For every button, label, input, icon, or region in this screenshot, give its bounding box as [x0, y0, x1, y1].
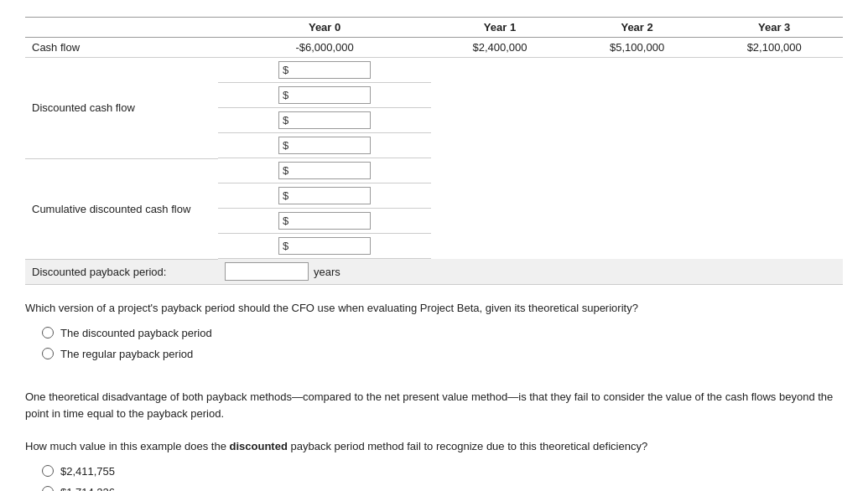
- cdcf-year1-input[interactable]: [290, 189, 357, 202]
- table-container: Year 0 Year 1 Year 2 Year 3 Cash flow -$…: [25, 17, 843, 285]
- dollar-sign: $: [283, 64, 288, 76]
- question2-section: How much value in this example does the …: [25, 438, 843, 491]
- radio-label-q2-1: $2,411,755: [60, 465, 115, 478]
- cdcf-year0-input[interactable]: [290, 164, 357, 177]
- row-label-payback: Discounted payback period:: [25, 259, 218, 285]
- dcf-year1-input[interactable]: [290, 89, 357, 101]
- radio-circle-q2-2: [42, 486, 54, 491]
- table-row: Cash flow -$6,000,000 $2,400,000 $5,100,…: [25, 38, 843, 58]
- table-row: Cumulative discounted cash flow $ $ $: [25, 158, 843, 259]
- col-header-year2: Year 2: [569, 18, 706, 38]
- question2-suffix: payback period method fail to recognize …: [288, 440, 647, 452]
- question2-prefix: How much value in this example does the: [25, 440, 230, 452]
- table-row-payback: Discounted payback period: years: [25, 259, 843, 285]
- radio-option-2[interactable]: The regular payback period: [42, 348, 843, 360]
- radio-label-1: The discounted payback period: [60, 327, 212, 339]
- row-label-cashflow: Cash flow: [25, 38, 218, 58]
- dollar-sign: $: [283, 89, 288, 101]
- question2-text: How much value in this example does the …: [25, 438, 843, 455]
- question2-options: $2,411,755 $1,714,226 $6,168,764 $3,957,…: [42, 465, 843, 491]
- dollar-sign: $: [283, 189, 288, 202]
- dollar-sign: $: [283, 139, 288, 152]
- dcf-year2-cell: $: [218, 108, 431, 133]
- row-label-dcf: Discounted cash flow: [25, 58, 218, 159]
- cashflow-year2: $5,100,000: [569, 38, 706, 58]
- dollar-sign: $: [283, 114, 288, 127]
- cash-flow-table: Year 0 Year 1 Year 2 Year 3 Cash flow -$…: [25, 17, 843, 285]
- col-header-year0: Year 0: [218, 18, 431, 38]
- col-header-label: [25, 18, 218, 38]
- col-header-year1: Year 1: [431, 18, 569, 38]
- dcf-year0-cell: $: [218, 58, 431, 83]
- radio-option-q2-1[interactable]: $2,411,755: [42, 465, 843, 478]
- row-label-cdcf: Cumulative discounted cash flow: [25, 158, 218, 259]
- payback-input-cell: years: [218, 259, 843, 285]
- table-row: Discounted cash flow $ $ $: [25, 58, 843, 159]
- radio-circle-q2-1: [42, 465, 54, 477]
- cashflow-year0: -$6,000,000: [218, 38, 431, 58]
- cdcf-year3-cell: $: [218, 234, 431, 259]
- cdcf-year2-cell: $: [218, 209, 431, 234]
- question2-bold: discounted: [230, 440, 288, 452]
- cashflow-year1: $2,400,000: [431, 38, 569, 58]
- radio-option-1[interactable]: The discounted payback period: [42, 327, 843, 339]
- dcf-year0-input[interactable]: [290, 64, 357, 76]
- question1-options: The discounted payback period The regula…: [42, 327, 843, 360]
- paragraph1-text: One theoretical disadvantage of both pay…: [25, 389, 843, 424]
- dcf-year3-cell: $: [218, 133, 431, 158]
- dcf-year2-input[interactable]: [290, 114, 357, 127]
- cdcf-year2-input[interactable]: [290, 214, 357, 227]
- cdcf-year0-cell: $: [218, 158, 431, 183]
- cdcf-year3-input[interactable]: [290, 240, 357, 252]
- radio-circle-1: [42, 327, 54, 339]
- cdcf-year1-cell: $: [218, 183, 431, 209]
- dollar-sign: $: [283, 240, 288, 252]
- dollar-sign: $: [283, 164, 288, 177]
- dollar-sign: $: [283, 214, 288, 227]
- years-label: years: [314, 266, 340, 278]
- payback-input[interactable]: [225, 262, 309, 281]
- dcf-year3-input[interactable]: [290, 139, 357, 152]
- radio-option-q2-2[interactable]: $1,714,226: [42, 486, 843, 491]
- dcf-year1-cell: $: [218, 83, 431, 108]
- radio-circle-2: [42, 348, 54, 359]
- radio-label-2: The regular payback period: [60, 348, 193, 360]
- radio-label-q2-2: $1,714,226: [60, 486, 115, 491]
- question1-section: Which version of a project's payback per…: [25, 300, 843, 360]
- col-header-year3: Year 3: [705, 18, 843, 38]
- paragraph1-section: One theoretical disadvantage of both pay…: [25, 389, 843, 424]
- cashflow-year3: $2,100,000: [705, 38, 843, 58]
- question1-text: Which version of a project's payback per…: [25, 300, 843, 317]
